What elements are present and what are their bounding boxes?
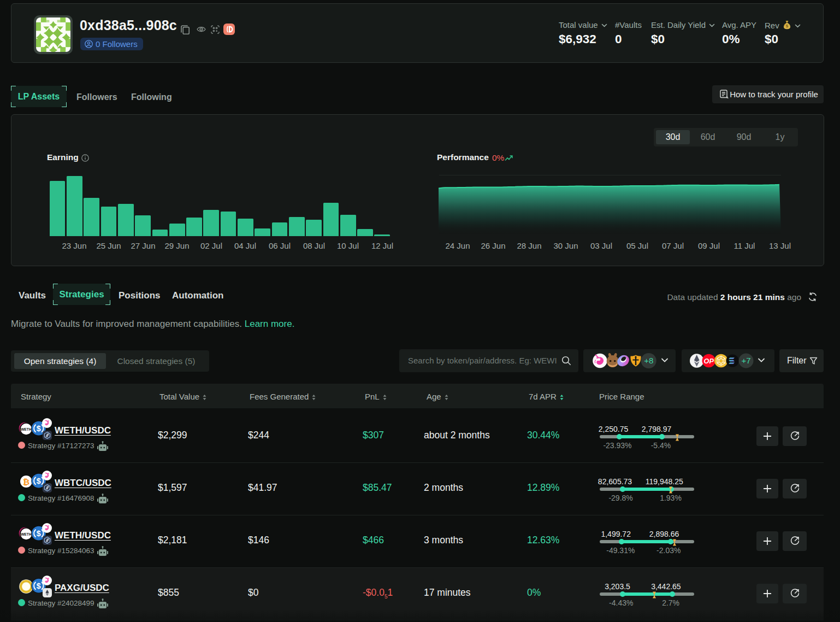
svg-text:$: $ xyxy=(37,582,41,590)
svg-text:OP: OP xyxy=(704,357,714,365)
svg-text:WETH: WETH xyxy=(21,427,32,431)
svg-text:WETH: WETH xyxy=(21,532,32,536)
svg-text:+8: +8 xyxy=(644,356,653,365)
svg-text:$: $ xyxy=(37,529,41,538)
svg-text:+7: +7 xyxy=(741,356,750,365)
svg-text:$: $ xyxy=(37,424,41,433)
svg-text:₿: ₿ xyxy=(23,477,29,486)
svg-text:$: $ xyxy=(785,24,788,28)
svg-text:$: $ xyxy=(37,477,41,485)
